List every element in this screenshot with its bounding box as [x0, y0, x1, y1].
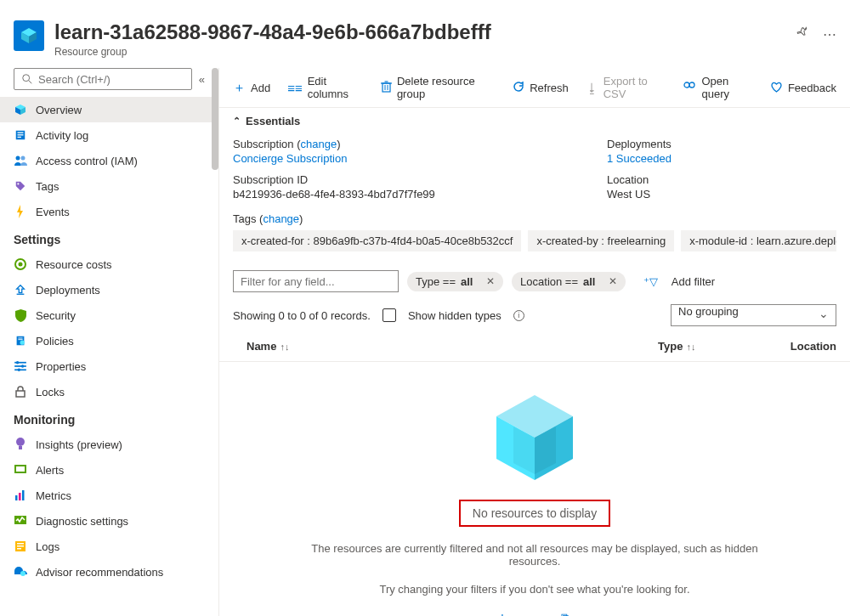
deploy-icon — [14, 283, 27, 297]
sidebar-item-label: Properties — [36, 360, 86, 373]
log-icon — [14, 128, 27, 142]
pin-icon[interactable] — [796, 25, 809, 42]
column-type[interactable]: Type↑↓ — [658, 340, 777, 353]
sidebar-section-settings: Settings — [0, 224, 218, 251]
svg-point-47 — [684, 82, 689, 88]
subscription-value[interactable]: Concierge Subscription — [233, 152, 573, 165]
events-icon — [14, 205, 27, 218]
sidebar-item-label: Security — [36, 309, 76, 322]
diag-icon — [14, 514, 27, 528]
open-query-button[interactable]: Open query — [683, 75, 752, 100]
svg-point-3 — [23, 75, 30, 82]
sidebar-item-properties[interactable]: Properties — [0, 353, 218, 379]
svg-rect-40 — [17, 548, 21, 550]
svg-point-29 — [16, 438, 25, 446]
page-title: learn-31a62588-9867-48a4-9e6b-666a7bdbef… — [54, 20, 796, 44]
svg-point-25 — [16, 361, 19, 364]
sidebar-item-label: Events — [36, 206, 70, 218]
plus-icon: ＋ — [233, 80, 246, 96]
tag-chip[interactable]: x-created-by : freelearning — [528, 230, 674, 251]
search-field[interactable] — [38, 73, 184, 86]
deployments-value[interactable]: 1 Succeeded — [607, 152, 836, 165]
sidebar-item-label: Deployments — [36, 284, 100, 297]
filter-input[interactable] — [233, 270, 399, 292]
empty-state: No resources to display The resources ar… — [219, 362, 850, 616]
sidebar-item-label: Tags — [36, 180, 59, 193]
close-icon[interactable]: ✕ — [609, 275, 617, 287]
filter-pill-type[interactable]: Type == all ✕ — [407, 272, 503, 291]
essentials-toggle[interactable]: ⌃ Essentials — [219, 107, 850, 134]
sidebar-item-diagnostic[interactable]: Diagnostic settings — [0, 508, 218, 534]
refresh-button[interactable]: Refresh — [513, 81, 569, 95]
search-input[interactable] — [14, 68, 192, 90]
svg-rect-38 — [17, 543, 24, 545]
sidebar-item-logs[interactable]: Logs — [0, 534, 218, 559]
sidebar: « Overview Activity log Access control (… — [0, 68, 219, 616]
close-icon[interactable]: ✕ — [486, 275, 495, 287]
info-icon[interactable]: i — [513, 310, 524, 321]
subscription-label: Subscription (change) — [233, 138, 341, 150]
sidebar-item-alerts[interactable]: Alerts — [0, 457, 218, 483]
svg-point-16 — [19, 263, 23, 267]
learn-more-link[interactable]: Learn more ⧉ — [501, 611, 568, 616]
more-icon[interactable]: ⋯ — [823, 26, 836, 42]
sidebar-item-metrics[interactable]: Metrics — [0, 483, 218, 508]
edit-columns-button[interactable]: ≡≡Edit columns — [287, 75, 364, 100]
column-location[interactable]: Location — [777, 340, 836, 353]
sidebar-item-label: Insights (preview) — [36, 438, 122, 451]
sidebar-item-overview[interactable]: Overview — [0, 97, 218, 122]
sidebar-item-tags[interactable]: Tags — [0, 173, 218, 199]
svg-rect-33 — [15, 495, 18, 500]
sidebar-item-label: Access control (IAM) — [36, 155, 138, 167]
columns-icon: ≡≡ — [287, 81, 303, 95]
sidebar-item-advisor[interactable]: Advisor recommendations — [0, 559, 218, 585]
essentials-title: Essentials — [246, 115, 300, 127]
add-filter-button[interactable]: ⁺▽ Add filter — [634, 271, 724, 292]
change-tags-link[interactable]: change — [263, 212, 299, 225]
tag-chip[interactable]: x-module-id : learn.azure.deploy-az — [681, 230, 836, 251]
show-hidden-checkbox[interactable] — [382, 308, 396, 322]
tag-chip[interactable]: x-created-for : 89b6a9fb-c37b-4fd4-b0a5-… — [233, 230, 521, 251]
sidebar-item-label: Locks — [36, 386, 65, 398]
trash-icon — [381, 81, 392, 95]
filter-pill-location[interactable]: Location == all ✕ — [512, 272, 626, 291]
sidebar-item-locks[interactable]: Locks — [0, 379, 218, 404]
svg-point-27 — [18, 369, 20, 371]
sidebar-item-events[interactable]: Events — [0, 199, 218, 224]
grouping-select[interactable]: No grouping — [671, 304, 836, 326]
sidebar-item-deployments[interactable]: Deployments — [0, 277, 218, 302]
collapse-sidebar-icon[interactable]: « — [199, 73, 205, 86]
toolbar-label: Feedback — [788, 82, 836, 94]
page-header: learn-31a62588-9867-48a4-9e6b-666a7bdbef… — [0, 0, 850, 68]
svg-rect-35 — [22, 490, 25, 500]
svg-point-21 — [20, 341, 25, 345]
toolbar: ＋Add ≡≡Edit columns Delete resource grou… — [219, 68, 850, 107]
sidebar-item-label: Resource costs — [36, 258, 112, 271]
sidebar-item-label: Activity log — [36, 129, 88, 142]
policy-icon — [14, 334, 27, 348]
delete-button[interactable]: Delete resource group — [381, 75, 496, 100]
svg-point-48 — [689, 82, 694, 88]
main-content: ＋Add ≡≡Edit columns Delete resource grou… — [219, 68, 850, 616]
change-subscription-link[interactable]: change — [301, 138, 337, 150]
alerts-icon — [14, 463, 27, 477]
sidebar-item-insights[interactable]: Insights (preview) — [0, 432, 218, 457]
svg-rect-10 — [18, 134, 24, 135]
feedback-button[interactable]: Feedback — [770, 81, 836, 95]
page-subtitle: Resource group — [54, 46, 796, 58]
svg-point-26 — [21, 365, 24, 367]
svg-line-4 — [29, 81, 32, 84]
scrollbar[interactable] — [212, 68, 218, 170]
external-link-icon: ⧉ — [561, 611, 569, 616]
sidebar-item-access-control[interactable]: Access control (IAM) — [0, 148, 218, 173]
sidebar-item-label: Overview — [36, 104, 82, 116]
column-name[interactable]: Name↑↓ — [233, 340, 658, 353]
svg-rect-11 — [18, 137, 21, 138]
sidebar-item-activity-log[interactable]: Activity log — [0, 122, 218, 148]
sidebar-item-resource-costs[interactable]: Resource costs — [0, 251, 218, 277]
sidebar-item-policies[interactable]: Policies — [0, 328, 218, 353]
svg-rect-20 — [18, 339, 22, 340]
add-button[interactable]: ＋Add — [233, 80, 270, 96]
advisor-icon — [14, 565, 27, 579]
sidebar-item-security[interactable]: Security — [0, 302, 218, 328]
